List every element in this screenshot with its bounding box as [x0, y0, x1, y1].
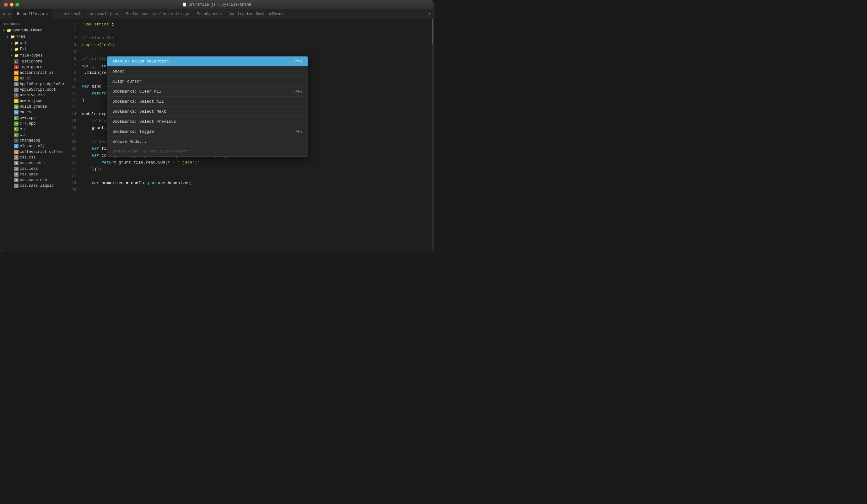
sidebar-item-cyanide-theme[interactable]: ▸ 📁 cyanide-theme: [0, 27, 66, 34]
menu-shortcut-abacus: ^⌥⌘): [293, 59, 303, 64]
sidebar-label-ext: Ext: [20, 47, 27, 52]
sidebar-label-hpp: c++.hpp: [20, 121, 35, 126]
line-numbers: 12345 678910 1112131415 1617181920 21222…: [66, 19, 79, 252]
menu-label-browse-mode: Browse Mode...: [113, 139, 147, 144]
title-filename: Gruntfile.js: [189, 2, 216, 7]
menu-item-align-cursor[interactable]: Align cursor: [107, 77, 308, 87]
sidebar-label-applescript-scpt: AppleScript.scpt: [20, 88, 56, 92]
tab-travis[interactable]: .travis.yml: [52, 9, 85, 19]
sidebar-label-npmignore: .npmignore: [20, 65, 42, 69]
editor-content[interactable]: 12345 678910 1112131415 1617181920 21222…: [66, 19, 433, 252]
sidebar-item-file-types[interactable]: ▸ 📁 file-types: [0, 52, 66, 59]
sidebar: FOLDERS ▸ 📁 cyanide-theme ▸ 📁 +res ▸ 📁 a…: [0, 19, 66, 252]
menu-item-bookmarks-toggle[interactable]: Bookmarks: Toggle ⌘F2: [107, 127, 308, 137]
scrollbar-thumb[interactable]: [432, 19, 433, 44]
menu-item-bookmarks-select-prev[interactable]: Bookmarks: Select Previous: [107, 117, 308, 127]
sidebar-label-actionscript: actionscript.as: [20, 71, 54, 75]
menu-item-bookmarks-select-all[interactable]: Bookmarks: Select All: [107, 97, 308, 107]
sidebar-item-ch[interactable]: G+ c.h: [0, 132, 66, 138]
sidebar-item-css-sass-liquid[interactable]: # css.sass.liquid: [0, 183, 66, 189]
window-controls[interactable]: [4, 3, 19, 7]
menu-label-browse-mode-context: Browse Mode: Current file context: [113, 149, 187, 154]
tab-gruntfile[interactable]: Gruntfile.js ✕: [13, 9, 52, 19]
sidebar-item-npmignore[interactable]: ■ .npmignore: [0, 64, 66, 70]
tab-preferences[interactable]: Preferences.sublime-settings: [122, 9, 193, 19]
sidebar-item-clojure[interactable]: ⊙ clojure.clj: [0, 143, 66, 149]
tab-close-gruntfile[interactable]: ✕: [46, 12, 48, 16]
sidebar-label-cc: c.c: [20, 127, 27, 131]
sidebar-label-css: css.css: [20, 156, 35, 160]
sidebar-label-ch: c.h: [20, 133, 27, 137]
code-line-1: 'use strict';: [82, 21, 433, 28]
sidebar-item-changelog[interactable]: ≡ changelog: [0, 138, 66, 143]
menu-item-bookmarks-clear[interactable]: Bookmarks: Clear All ⇧⌘F2: [107, 87, 308, 97]
sidebar-item-css-less[interactable]: # css.less: [0, 166, 66, 172]
sidebar-label-file-types: file-types: [20, 53, 43, 58]
tab-nav-left[interactable]: ◀: [0, 9, 7, 19]
sidebar-label-csharp: c#.cs: [20, 110, 31, 115]
sidebar-item-css-sass-erb[interactable]: # css.sass.erb: [0, 177, 66, 183]
code-line-22: }));: [82, 166, 433, 173]
sidebar-item-cc[interactable]: G+ c.c: [0, 127, 66, 132]
sidebar-item-applescript-scpt[interactable]: ✦ AppleScript.scpt: [0, 87, 66, 93]
menu-item-bookmarks-select-next[interactable]: Bookmarks: Select Next: [107, 107, 308, 117]
menu-item-browse-mode-context[interactable]: Browse Mode: Current file context: [107, 147, 308, 156]
command-palette-dropdown[interactable]: Abacus: align selection ^⌥⌘) About Align…: [107, 56, 308, 157]
sidebar-item-actionscript[interactable]: AS actionscript.as: [0, 70, 66, 76]
tab-label-monocyanide: MonoCyanide - Constrasted Semi.tmTheme: [197, 12, 283, 16]
menu-item-browse-mode[interactable]: Browse Mode...: [107, 137, 308, 147]
sidebar-label-clojure: clojure.clj: [20, 144, 45, 148]
code-line-25: [82, 187, 433, 194]
tabs-bar: ◀ ▶ Gruntfile.js ✕ .travis.yml external.…: [0, 9, 433, 19]
editor-container: 12345 678910 1112131415 1617181920 21222…: [66, 19, 433, 252]
sidebar-item-art[interactable]: ▸ 📁 art: [0, 40, 66, 46]
menu-label-align-cursor: Align cursor: [113, 79, 142, 84]
close-button[interactable]: [4, 3, 8, 7]
titlebar: 📄 Gruntfile.js — cyanide-theme: [0, 0, 433, 9]
menu-label-abacus: Abacus: align selection: [113, 59, 169, 64]
sidebar-item-coffee[interactable]: ☕ coffeescript.coffee: [0, 149, 66, 155]
tab-label-travis: .travis.yml: [56, 12, 81, 16]
window-title: 📄 Gruntfile.js — cyanide-theme: [182, 2, 251, 7]
sidebar-label-ai: ai.ai: [20, 76, 31, 81]
menu-shortcut-bookmarks-clear: ⇧⌘F2: [293, 89, 303, 94]
sidebar-item-ai[interactable]: Ai ai.ai: [0, 76, 66, 81]
menu-label-bookmarks-toggle: Bookmarks: Toggle: [113, 129, 154, 134]
sidebar-label-applescript: AppleScript.AppleScript: [20, 82, 66, 86]
sidebar-label-gitignore: .gitignore: [20, 59, 42, 64]
sidebar-item-bower[interactable]: ⊕ bower.json: [0, 98, 66, 104]
sidebar-item-hpp[interactable]: G+ c++.hpp: [0, 121, 66, 127]
sidebar-item-ext[interactable]: ▸ 📁 Ext: [0, 46, 66, 52]
main-layout: FOLDERS ▸ 📁 cyanide-theme ▸ 📁 +res ▸ 📁 a…: [0, 19, 433, 252]
sidebar-item-gitignore[interactable]: $_ .gitignore: [0, 59, 66, 64]
sidebar-item-css[interactable]: # css.css: [0, 155, 66, 160]
scrollbar-track[interactable]: [432, 19, 433, 252]
menu-label-bookmarks-select-next: Bookmarks: Select Next: [113, 109, 167, 114]
maximize-button[interactable]: [15, 3, 19, 7]
tab-nav-right[interactable]: ▶: [7, 9, 13, 19]
sidebar-label-bower: bower.json: [20, 99, 42, 103]
sidebar-item-csharp[interactable]: C# c#.cs: [0, 109, 66, 115]
tab-monocyanide[interactable]: MonoCyanide - Constrasted Semi.tmTheme: [193, 9, 287, 19]
sidebar-item-archive[interactable]: ≡ archive.zip: [0, 93, 66, 98]
code-line-4: require('colo: [82, 42, 433, 49]
tab-external[interactable]: external.json: [85, 9, 122, 19]
sidebar-item-applescript[interactable]: ✦ AppleScript.AppleScript: [0, 81, 66, 87]
sidebar-label-css-sass-liquid: css.sass.liquid: [20, 184, 54, 188]
menu-item-about[interactable]: About: [107, 66, 308, 77]
code-line-21: return grunt.file.readJSON(f + '.json');: [82, 159, 433, 166]
sidebar-label-css-less: css.less: [20, 167, 38, 171]
sidebar-item-build[interactable]: ⊙ build.gradle: [0, 104, 66, 109]
tab-label-external: external.json: [88, 12, 118, 16]
minimize-button[interactable]: [10, 3, 13, 7]
sidebar-item-res[interactable]: ▸ 📁 +res: [0, 34, 66, 40]
sidebar-label-art: art: [20, 41, 27, 45]
sidebar-item-css-sass[interactable]: # css.sass: [0, 172, 66, 177]
sidebar-label-build: build.gradle: [20, 105, 47, 109]
tabs-overflow[interactable]: ▼: [428, 9, 433, 19]
menu-item-abacus[interactable]: Abacus: align selection ^⌥⌘): [107, 56, 308, 66]
sidebar-label-css-erb: css.css.erb: [20, 161, 45, 165]
tab-label-preferences: Preferences.sublime-settings: [126, 12, 189, 16]
sidebar-item-css-erb[interactable]: # css.css.erb: [0, 160, 66, 166]
sidebar-item-cpp[interactable]: G+ c++.cpp: [0, 115, 66, 121]
